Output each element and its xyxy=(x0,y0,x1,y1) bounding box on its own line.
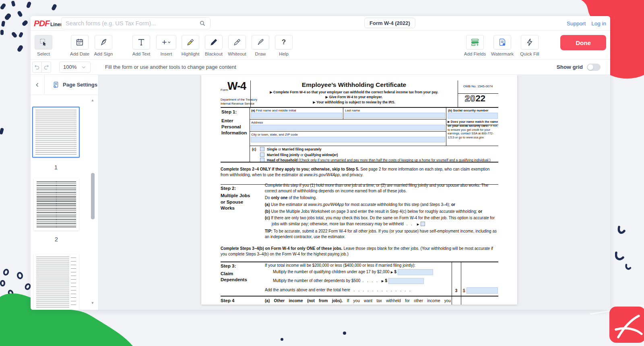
logo-liner-text: Liner xyxy=(50,22,62,27)
tool-quick-fill[interactable]: Quick Fill xyxy=(518,35,541,56)
done-button[interactable]: Done xyxy=(560,35,606,50)
tool-draw[interactable]: Draw xyxy=(251,35,270,59)
w4-step2-content: Complete this step if you (1) hold more … xyxy=(265,183,498,240)
w4-form-word: Form xyxy=(221,88,228,92)
toggle-knob xyxy=(588,64,593,70)
w4-bullet-1: ▶ Complete Form W-4 so that your employe… xyxy=(250,90,458,95)
ring-decor xyxy=(2,268,10,276)
w4-city-label: City or town, state, and ZIP code xyxy=(251,133,298,136)
page-number-2: 2 xyxy=(33,236,80,243)
w4-year-solid: 22 xyxy=(475,93,485,103)
page-thumbnail-3[interactable] xyxy=(34,254,79,310)
support-link[interactable]: Support xyxy=(567,21,586,27)
w4-field-address[interactable] xyxy=(251,125,445,130)
w4-steps34-note: Complete Steps 3–4(b) on Form W-4 for on… xyxy=(221,246,498,257)
search-icon[interactable] xyxy=(199,20,206,27)
plus-icon xyxy=(161,38,172,47)
paint-dab xyxy=(11,31,18,38)
select-icon xyxy=(39,38,48,47)
pdfliner-logo[interactable]: PDF Liner xyxy=(34,19,62,28)
scroll-down-icon[interactable]: ▼ xyxy=(90,301,95,305)
paint-dab xyxy=(0,30,4,35)
tool-blackout[interactable]: Blackout xyxy=(204,35,223,59)
thumbnail-preview xyxy=(37,181,57,227)
w4-field-total-dependents[interactable] xyxy=(466,287,498,294)
w4-line-number-3: 3 xyxy=(452,288,461,294)
w4-bullet-3: ▶ Your withholding is subject to review … xyxy=(250,100,458,105)
tool-highlight[interactable]: Highlight xyxy=(181,35,200,59)
pages-sidebar: Page Settings 1 2 ▲ xyxy=(31,75,99,310)
chevron-left-icon xyxy=(34,82,41,88)
collapse-sidebar-button[interactable] xyxy=(31,75,44,95)
w4-field-qualifying-children[interactable] xyxy=(398,269,433,275)
whiteout-brush-icon xyxy=(233,38,242,47)
search-form xyxy=(61,17,211,29)
w4-omb-number: OMB No. 1545-0074 xyxy=(458,84,498,88)
w4-field-other-dependents[interactable] xyxy=(388,278,424,284)
zoom-select[interactable]: 100% xyxy=(59,62,91,73)
ring-decor xyxy=(16,271,24,280)
w4-address-label: Address xyxy=(251,121,263,124)
redo-icon xyxy=(43,64,50,70)
undo-button[interactable] xyxy=(32,62,42,73)
tool-help[interactable]: ? Help xyxy=(274,35,293,59)
tool-add-date[interactable]: Add Date xyxy=(70,35,89,59)
sidebar-scrollbar-thumb[interactable] xyxy=(91,173,95,219)
scroll-up-icon[interactable]: ▲ xyxy=(90,98,95,102)
logo-pdf-text: PDF xyxy=(34,19,50,28)
quill-icon xyxy=(99,38,108,47)
w4-field-city[interactable] xyxy=(251,137,445,142)
paint-dab xyxy=(26,1,32,8)
login-link[interactable]: Log in xyxy=(591,21,606,27)
w4-checkbox-married-jointly[interactable] xyxy=(260,152,264,157)
dot-decor xyxy=(281,338,283,341)
top-header: PDF Liner Form W-4 (2022) Support Log in xyxy=(31,16,610,31)
add-fields-icon xyxy=(471,38,479,47)
draw-brush-icon xyxy=(256,38,265,47)
w4-field-ssn[interactable] xyxy=(448,113,498,119)
search-input[interactable] xyxy=(66,20,199,27)
w4-bullet-2: ▶ Give Form W-4 to your employer. xyxy=(250,95,458,99)
document-title-badge: Form W-4 (2022) xyxy=(364,18,415,28)
w4-checkbox-single[interactable] xyxy=(260,147,264,151)
redo-button[interactable] xyxy=(41,62,51,73)
w4-title: Employee’s Withholding Certificate xyxy=(250,81,458,89)
w4-checkbox-two-jobs[interactable] xyxy=(421,222,425,226)
paint-dab xyxy=(4,12,12,21)
w4-form-number: W-4 xyxy=(227,80,246,93)
page-settings-icon xyxy=(52,81,60,89)
paint-dab xyxy=(1,21,5,27)
tool-whiteout[interactable]: Whiteout xyxy=(227,35,247,59)
show-grid-toggle[interactable] xyxy=(587,64,601,71)
w4-step4a-text: (a) Other income (not from jobs). If you… xyxy=(265,298,451,304)
tool-add-sign[interactable]: Add Sign xyxy=(94,35,113,59)
tool-select[interactable]: Select xyxy=(34,35,53,59)
paint-dab xyxy=(17,45,23,53)
w4-steps24-note: Complete Steps 2–4 ONLY if they apply to… xyxy=(221,167,498,178)
paint-dab xyxy=(17,10,23,17)
blackout-brush-icon xyxy=(209,38,218,47)
w4-step4-label: Step 4 xyxy=(221,298,235,303)
text-icon xyxy=(137,38,146,47)
pdfliner-app-window: PDF Liner Form W-4 (2022) Support Log in xyxy=(31,16,610,310)
page-thumbnail-2[interactable] xyxy=(34,178,79,231)
w4-c-label: (c) xyxy=(252,147,256,151)
tool-add-fields[interactable]: Add Fields xyxy=(464,35,486,56)
page-thumbnail-1[interactable] xyxy=(32,107,80,158)
toolbar-hint: Fill the form or use another tools to ch… xyxy=(105,64,236,70)
w4-step2-intro: Complete this step if you (1) hold more … xyxy=(265,183,498,194)
document-canvas: Form W-4 Department of the Treasury Inte… xyxy=(99,75,610,310)
tool-insert[interactable]: Insert xyxy=(155,35,178,59)
w4-field-last-name[interactable] xyxy=(344,113,445,118)
dot-decor xyxy=(343,332,346,335)
desktop-background: PDF Liner Form W-4 (2022) Support Log in xyxy=(0,0,644,346)
tool-add-text[interactable]: Add Text xyxy=(132,35,151,59)
page-settings-button[interactable]: Page Settings xyxy=(45,81,97,89)
tool-watermark[interactable]: Watermark xyxy=(491,35,514,56)
page-number-1: 1 xyxy=(32,164,80,171)
w4-step3-label: Step 3: xyxy=(221,264,236,268)
thumbnail-preview xyxy=(35,110,76,154)
paint-dab xyxy=(19,32,24,38)
w4-field-first-name[interactable] xyxy=(251,113,342,118)
w4-dept-line2: Internal Revenue Service xyxy=(221,102,254,106)
